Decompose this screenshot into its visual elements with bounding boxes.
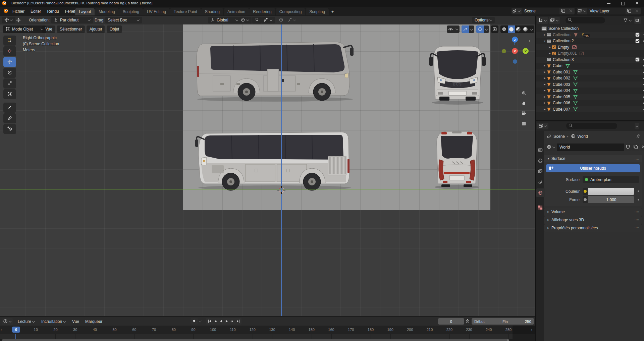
eye-icon[interactable]	[643, 63, 644, 68]
outliner-search[interactable]	[566, 17, 605, 23]
properties-options-dropdown[interactable]	[635, 123, 639, 129]
menu-fichier[interactable]: Fichier	[9, 8, 28, 15]
scene-selector[interactable]: Scene	[512, 8, 575, 14]
tool-move-button[interactable]	[3, 57, 16, 67]
expand-arrow[interactable]: ▼	[543, 40, 546, 42]
breadcrumb-world[interactable]: World	[578, 134, 588, 139]
auto-keying-button[interactable]	[191, 318, 198, 325]
scene-copy-button[interactable]	[559, 8, 567, 14]
tool-rotate-button[interactable]	[3, 68, 16, 78]
viewport-menu-ajouter[interactable]: Ajouter	[87, 25, 105, 33]
view-layer-selector[interactable]: View Layer	[577, 8, 641, 14]
expand-arrow[interactable]: ▶	[543, 89, 546, 92]
tool-cursor-3d-button[interactable]	[3, 46, 16, 56]
shading-wireframe-button[interactable]	[500, 25, 508, 33]
play-reverse-button[interactable]	[218, 318, 224, 325]
mode-selector[interactable]: Mode Objet	[3, 25, 46, 33]
current-frame-field[interactable]: 0	[438, 318, 464, 325]
timeline-editor-type-dropdown[interactable]	[2, 318, 13, 325]
camera-view-icon[interactable]	[520, 109, 528, 118]
timeline-menu-marqueur[interactable]: Marqueur	[82, 318, 105, 325]
exclude-checkbox[interactable]	[635, 57, 640, 62]
jump-to-start-button[interactable]	[207, 318, 212, 325]
timeline-track[interactable]	[0, 334, 535, 339]
expand-arrow[interactable]: ▶	[543, 83, 546, 86]
timeline-menu-incrustation[interactable]: Incrustation	[38, 318, 69, 325]
close-button[interactable]	[630, 0, 644, 7]
properties-search-input[interactable]	[573, 124, 601, 128]
workspace-tab-layout[interactable]: Layout	[75, 8, 95, 15]
eye-icon[interactable]	[643, 39, 644, 44]
orientation-dropdown[interactable]: Par défaut	[51, 17, 93, 23]
outliner-item-label[interactable]: Cube.004	[553, 88, 570, 93]
properties-tab-output[interactable]	[536, 156, 544, 165]
viewport-menu-s-lectionner[interactable]: Sélectionner	[57, 25, 85, 33]
maximize-button[interactable]	[616, 0, 630, 7]
world-copy-button[interactable]	[632, 144, 639, 151]
panel-grip[interactable]: ::::	[635, 157, 639, 160]
eye-closed-icon[interactable]	[643, 33, 644, 38]
expand-arrow[interactable]: ▶	[543, 96, 546, 98]
outliner-filter-dropdown[interactable]	[622, 17, 633, 24]
xray-toggle[interactable]	[491, 25, 498, 33]
outliner-filter-id-dropdown[interactable]	[549, 17, 560, 24]
outliner-row-cube-004[interactable]: ▶Cube.004	[536, 88, 644, 94]
play-button[interactable]	[224, 318, 229, 325]
workspace-tab-animation[interactable]: Animation	[224, 8, 249, 15]
workspace-tab-shading[interactable]: Shading	[201, 8, 223, 15]
world-browse-dropdown[interactable]	[545, 144, 557, 151]
eye-icon[interactable]	[643, 76, 644, 81]
viewport-menu-vue[interactable]: Vue	[42, 25, 55, 33]
use-preview-range-icon[interactable]	[465, 319, 470, 325]
view-layer-remove-button[interactable]	[633, 8, 641, 14]
scene-unlink-button[interactable]	[567, 8, 575, 14]
viewport-3d[interactable]: BUS Mode Objet VueSélectionnerAjouterObj…	[0, 24, 535, 316]
timeline-scrollbar[interactable]	[0, 339, 535, 341]
scene-icon[interactable]	[512, 8, 522, 14]
panel-grip[interactable]: ::::	[635, 218, 639, 222]
blender-menu-icon[interactable]	[3, 8, 8, 14]
properties-search[interactable]	[566, 123, 617, 129]
outliner-row-cube-003[interactable]: ▶Cube.003	[536, 81, 644, 88]
gizmo-axis-y[interactable]: Y	[523, 48, 529, 54]
pan-hand-icon[interactable]	[520, 99, 528, 108]
jump-to-end-button[interactable]	[235, 318, 241, 325]
workspace-tab-modeling[interactable]: Modeling	[95, 8, 119, 15]
eye-icon[interactable]	[643, 57, 644, 62]
exclude-checkbox[interactable]	[635, 33, 640, 37]
properties-tab-world[interactable]	[536, 188, 545, 197]
workspace-tab-compositing[interactable]: Compositing	[276, 8, 306, 15]
view-layer-copy-button[interactable]	[626, 8, 633, 14]
scrollbar-end-knob[interactable]	[507, 339, 509, 341]
snap-target-dropdown[interactable]	[262, 17, 275, 23]
zoom-icon[interactable]	[520, 89, 528, 98]
outliner-item-label[interactable]: Empty.001	[558, 51, 577, 56]
tool-select-box-button[interactable]	[3, 36, 16, 46]
tool-transform-button[interactable]	[3, 89, 16, 99]
snap-toggle[interactable]	[252, 17, 262, 23]
new-collection-button[interactable]	[634, 17, 641, 24]
shading-solid-button[interactable]	[508, 25, 515, 33]
tool-annotate-button[interactable]	[3, 103, 16, 113]
gizmo-axis-z[interactable]: Z	[512, 37, 518, 43]
expand-arrow[interactable]: ▶	[543, 77, 546, 79]
visibility-dropdown[interactable]	[447, 25, 460, 33]
pin-icon[interactable]	[636, 134, 641, 139]
pivot-point-dropdown[interactable]	[238, 17, 252, 23]
outliner-row-collection[interactable]: ▶Collection+99	[536, 32, 644, 38]
eye-icon[interactable]	[643, 95, 644, 100]
properties-tab-view-layer[interactable]	[536, 167, 544, 176]
panel-expand-arrow[interactable]: ▶	[547, 211, 550, 213]
outliner-display-mode-dropdown[interactable]	[537, 17, 548, 24]
panel-grip[interactable]: ::::	[635, 226, 639, 230]
outliner-row-cube-007[interactable]: ▶Cube.007	[536, 106, 644, 113]
eye-icon[interactable]	[643, 101, 644, 106]
transform-orientation-dropdown[interactable]: Global	[208, 17, 241, 23]
timeline-ruler[interactable]: 0 › ‹ 1020304050607080901001101201301401…	[0, 326, 535, 334]
menu-diter[interactable]: Éditer	[28, 8, 44, 15]
proportional-falloff-dropdown[interactable]	[285, 17, 299, 23]
menu-rendu[interactable]: Rendu	[44, 8, 62, 15]
shading-rendered-button[interactable]	[522, 25, 529, 33]
workspace-tab-sculpting[interactable]: Sculpting	[119, 8, 143, 15]
outliner-item-label[interactable]: Cube.007	[553, 107, 570, 112]
